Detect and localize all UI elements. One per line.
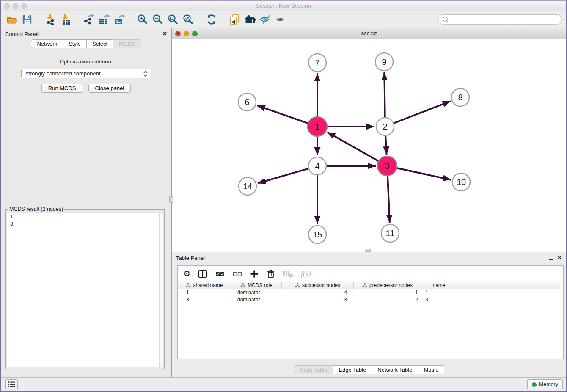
network-canvas[interactable]: 7968124314101511 xyxy=(172,39,566,252)
panel-splitter-grip[interactable] xyxy=(169,196,173,203)
float-table-panel-icon[interactable] xyxy=(549,256,553,260)
export-network-icon xyxy=(83,14,95,25)
result-scrollbar[interactable] xyxy=(159,213,163,367)
close-panel-button[interactable]: Close panel xyxy=(88,84,131,93)
column-header-predecessor-nodes[interactable]: predecessor nodes xyxy=(354,282,421,289)
task-history-button[interactable] xyxy=(5,379,18,389)
canvas-splitter-grip[interactable] xyxy=(365,249,371,252)
refresh-layout-button[interactable] xyxy=(204,12,219,27)
plus-icon xyxy=(250,269,259,279)
table-row[interactable]: 1dominator411 xyxy=(178,289,563,296)
deselect-all-button[interactable] xyxy=(232,269,242,279)
graph-edge-3-10[interactable] xyxy=(396,168,451,180)
clone-network-icon xyxy=(229,14,241,25)
table-scrollbar[interactable] xyxy=(560,266,563,359)
graph-edge-4-14[interactable] xyxy=(258,168,310,183)
table-tab-edge-table[interactable]: Edge Table xyxy=(333,365,372,374)
zoom-selected-button[interactable] xyxy=(181,12,196,27)
save-session-button[interactable] xyxy=(19,12,35,27)
graph-edge-1-6[interactable] xyxy=(257,105,309,124)
graph-node-8[interactable]: 8 xyxy=(451,88,469,106)
zoom-out-button[interactable] xyxy=(150,12,165,27)
hide-eye-icon xyxy=(259,14,272,25)
home-view-button[interactable] xyxy=(242,12,258,27)
column-header-MCDS-role[interactable]: MCDS role xyxy=(231,282,282,289)
criterion-value: strongly connected component xyxy=(26,70,143,77)
graph-node-6[interactable]: 6 xyxy=(238,93,256,111)
show-eye-icon xyxy=(274,14,287,25)
toolbar-separator xyxy=(131,12,131,27)
function-builder-button[interactable]: f(x) xyxy=(301,270,311,278)
columns-icon xyxy=(198,269,208,279)
mcds-result-group: MCDS result (2 nodes) 13 xyxy=(5,209,165,369)
graph-edge-2-9[interactable] xyxy=(384,72,385,119)
graph-node-11[interactable]: 11 xyxy=(381,224,399,242)
attribute-type-icon xyxy=(362,283,367,288)
export-table-button[interactable] xyxy=(96,12,112,27)
network-window-titlebar: ✕ − + scc.txt xyxy=(172,28,566,39)
search-input[interactable] xyxy=(451,15,561,24)
table-row[interactable]: 3dominator323 xyxy=(178,296,563,304)
column-header-shared-name[interactable]: shared name xyxy=(178,282,231,289)
graph-node-1[interactable]: 1 xyxy=(308,117,327,136)
table-tab-network-table[interactable]: Network Table xyxy=(372,365,418,374)
clone-network-button[interactable] xyxy=(227,12,242,27)
status-bar: Memory xyxy=(1,377,566,391)
show-columns-button[interactable] xyxy=(198,269,208,279)
graph-node-4[interactable]: 4 xyxy=(308,157,326,175)
tab-select[interactable]: Select xyxy=(86,39,113,48)
float-panel-icon[interactable] xyxy=(154,32,158,36)
mcds-result-node: 1 xyxy=(7,213,163,221)
toolbar-separator xyxy=(223,12,223,27)
hide-selected-button[interactable] xyxy=(258,12,273,27)
graph-node-9[interactable]: 9 xyxy=(375,53,393,71)
delete-button[interactable] xyxy=(266,269,275,279)
tab-style[interactable]: Style xyxy=(63,39,87,48)
search-field[interactable] xyxy=(438,14,562,25)
import-table-icon xyxy=(60,14,72,25)
show-all-button[interactable] xyxy=(273,12,288,27)
zoom-fit-button[interactable] xyxy=(165,12,181,27)
import-table-button[interactable] xyxy=(58,12,73,27)
deselect-all-icon xyxy=(232,269,242,279)
graph-node-15[interactable]: 15 xyxy=(308,226,326,243)
zoom-in-button[interactable] xyxy=(135,12,150,27)
table-tab-node-table[interactable]: Node Table xyxy=(294,365,333,374)
table-cell: 1 xyxy=(354,289,421,296)
graph-edge-3-1[interactable] xyxy=(328,132,380,161)
network-title: scc.txt xyxy=(172,30,566,36)
graph-node-2[interactable]: 2 xyxy=(376,118,394,135)
export-image-button[interactable] xyxy=(112,12,127,27)
memory-button[interactable]: Memory xyxy=(527,379,563,389)
run-mcds-button[interactable]: Run MCDS xyxy=(41,84,83,93)
table-tabs: Node TableEdge TableNetwork TableMotifs xyxy=(172,365,566,374)
open-file-button[interactable] xyxy=(4,12,19,27)
graph-edge-2-3[interactable] xyxy=(385,135,387,155)
graph-edge-3-11[interactable] xyxy=(388,175,390,223)
table-mode-button[interactable]: ⚙ xyxy=(183,270,190,278)
tab-network[interactable]: Network xyxy=(31,39,63,48)
criterion-dropdown[interactable]: strongly connected component xyxy=(21,69,151,78)
graph-edge-2-8[interactable] xyxy=(393,101,451,124)
column-header-name[interactable]: name xyxy=(421,282,457,289)
mcds-result-list: 13 xyxy=(7,213,163,367)
graph-node-7[interactable]: 7 xyxy=(308,54,326,72)
select-all-button[interactable] xyxy=(215,269,225,279)
graph-node-14[interactable]: 14 xyxy=(239,177,256,195)
table-tab-motifs[interactable]: Motifs xyxy=(418,365,444,374)
column-label: shared name xyxy=(193,282,223,288)
tab-mcds[interactable]: MCDS xyxy=(113,39,141,48)
open-folder-icon xyxy=(6,14,18,25)
column-header-successor-nodes[interactable]: successor nodes xyxy=(282,282,354,289)
delete-column-button[interactable] xyxy=(283,269,294,279)
graph-node-10[interactable]: 10 xyxy=(452,173,470,191)
graph-node-3[interactable]: 3 xyxy=(377,156,397,176)
search-icon xyxy=(442,16,449,23)
node-table-container: ⚙ f(x) shared nameMCDS rolesuccessor nod… xyxy=(177,265,564,359)
close-table-panel-icon[interactable]: ✕ xyxy=(557,256,562,260)
node-label: 4 xyxy=(315,161,319,171)
add-column-button[interactable] xyxy=(250,269,259,279)
import-network-button[interactable] xyxy=(43,12,58,27)
export-network-button[interactable] xyxy=(81,12,96,27)
close-panel-icon[interactable]: ✕ xyxy=(162,32,167,36)
